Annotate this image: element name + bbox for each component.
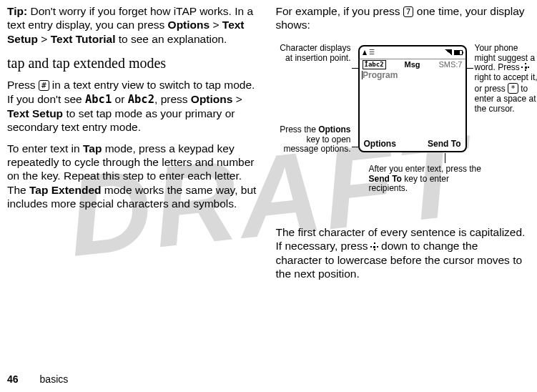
- seven-key-icon: 7: [403, 6, 414, 17]
- gt1: >: [210, 19, 222, 31]
- co-a: Press the: [280, 124, 318, 134]
- p2-or: or: [112, 93, 127, 105]
- status-bar-left: ☰: [363, 49, 375, 57]
- tap-usage-paragraph: To enter text in Tap mode, press a keypa…: [7, 142, 259, 211]
- signal-icon: [363, 50, 367, 55]
- text-mode-indicator: Íabc2: [363, 60, 386, 69]
- gt2: >: [38, 33, 51, 45]
- tip-tutorial: Text Tutorial: [51, 33, 116, 45]
- softkey-bar: Options Send To: [360, 139, 465, 150]
- phone-screen: ☰ Íabc2 Msg SMS:7 Program Options: [358, 45, 467, 152]
- tap-mode-label: Tap: [83, 142, 102, 155]
- status-bar-right: [445, 49, 463, 55]
- signal-strength-icon: [445, 49, 452, 55]
- p2-gt: >: [232, 93, 242, 105]
- capitalization-paragraph: The first character of every sentence is…: [276, 225, 528, 281]
- service-icon: ☰: [369, 49, 375, 57]
- callout-options-key: Press the Options key to open message op…: [276, 125, 351, 155]
- p2-textsetup: Text Setup: [7, 107, 63, 119]
- tap-extended-label: Tap Extended: [29, 184, 101, 196]
- p2c: , press: [154, 93, 191, 105]
- section-heading-tap-modes: tap and tap extended modes: [7, 54, 259, 72]
- left-column: Tip: Don't worry if you forget how iTAP …: [7, 4, 259, 363]
- right-column: For example, if you press 7 one time, yo…: [276, 4, 528, 363]
- callout-line: [445, 153, 445, 163]
- nav-key-icon: [522, 64, 529, 71]
- tip-body-b: to see an explanation.: [115, 33, 227, 45]
- callout-word-suggestion: Your phone might suggest a word. Press r…: [475, 44, 538, 114]
- message-mode-line: Íabc2 Msg SMS:7: [360, 59, 465, 70]
- co-c: key to open message options.: [283, 134, 350, 155]
- example-intro-paragraph: For example, if you press 7 one time, yo…: [276, 4, 528, 32]
- softkey-options: Options: [364, 139, 396, 150]
- sms-counter: SMS:7: [438, 60, 462, 70]
- battery-icon: [454, 50, 463, 55]
- typed-text-line: Program: [360, 70, 465, 81]
- p2a: Press: [7, 79, 39, 91]
- softkey-sendto: Send To: [428, 139, 460, 150]
- abc2-mode-label: Abc2: [128, 93, 154, 106]
- page-footer: 46 basics: [7, 373, 68, 385]
- tap-switch-paragraph: Press # in a text entry view to switch t…: [7, 78, 259, 134]
- tip-label: Tip:: [7, 5, 27, 17]
- tip-paragraph: Tip: Don't worry if you forget how iTAP …: [7, 4, 259, 46]
- hash-key-icon: #: [39, 80, 49, 91]
- callout-sendto-key: After you enter text, press the Send To …: [369, 165, 483, 194]
- typed-word: Program: [363, 70, 398, 81]
- page-number: 46: [7, 373, 19, 385]
- abc1-mode-label: Abc1: [85, 93, 112, 106]
- p2-options: Options: [191, 93, 233, 105]
- r-p1a: For example, if you press: [276, 5, 403, 17]
- section-name: basics: [40, 373, 69, 385]
- nav-key-icon: [371, 243, 378, 250]
- p3a: To enter text in: [7, 142, 83, 155]
- msg-label: Msg: [405, 60, 420, 70]
- co-options: Options: [318, 124, 350, 134]
- cs-a: After you enter text, press the: [369, 164, 481, 174]
- tip-options: Options: [168, 19, 210, 31]
- cs-sendto: Send To: [369, 174, 402, 184]
- phone-figure: Character displays at insertion point. P…: [276, 39, 528, 225]
- star-key-icon: *: [508, 83, 518, 94]
- status-bar: ☰: [360, 46, 465, 59]
- callout-insertion-point: Character displays at insertion point.: [276, 44, 351, 64]
